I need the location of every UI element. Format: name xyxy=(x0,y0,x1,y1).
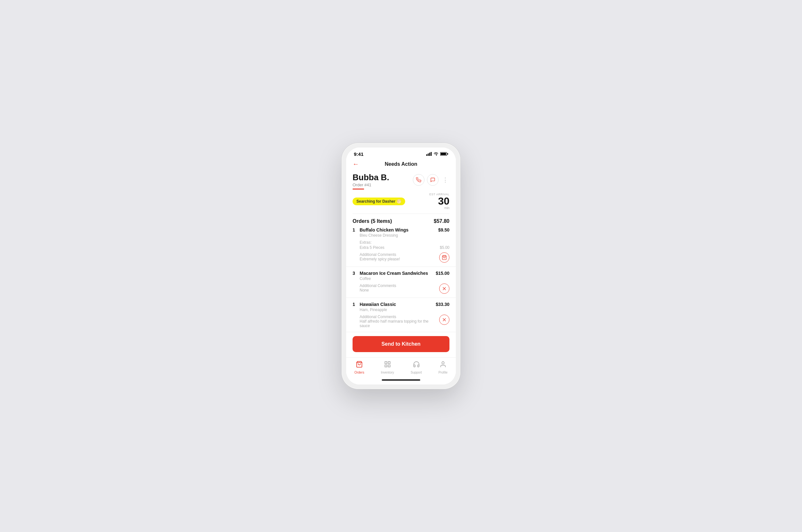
back-button[interactable]: ← xyxy=(353,160,359,168)
svg-rect-14 xyxy=(388,362,390,364)
item-price-1: $9.50 xyxy=(438,227,449,232)
profile-icon xyxy=(440,361,447,370)
home-indicator xyxy=(346,377,456,384)
customer-order: Order #41 xyxy=(353,183,389,187)
item-qty-2: 3 xyxy=(353,271,357,276)
customer-underline xyxy=(353,189,364,190)
item-qty-name-1: 1 Buffalo Chicken Wings xyxy=(353,227,436,232)
extras-name-1: Extra 5 Pieces xyxy=(360,245,384,250)
phone-device: 9:41 xyxy=(342,143,460,389)
item-extras-1: Extras: Extra 5 Pieces $5.00 xyxy=(360,240,449,250)
alert-icon-3[interactable] xyxy=(439,315,449,325)
nav-inventory-label: Inventory xyxy=(381,371,394,374)
order-item-1: 1 Buffalo Chicken Wings $9.50 Bleu Chees… xyxy=(346,227,456,267)
status-time: 9:41 xyxy=(354,151,363,157)
orders-icon xyxy=(356,361,363,370)
comments-row-1: Additional Comments Extremely spicy plea… xyxy=(360,252,449,263)
nav-profile-label: Profile xyxy=(439,371,448,374)
item-name-1: Buffalo Chicken Wings xyxy=(360,227,408,232)
est-number: 30 xyxy=(429,196,449,206)
item-name-3: Hawaiian Classic xyxy=(360,302,396,307)
order-item-2: 3 Macaron Ice Cream Sandwiches $15.00 Co… xyxy=(346,271,456,298)
svg-point-17 xyxy=(442,362,444,364)
nav-support-label: Support xyxy=(411,371,422,374)
customer-row: Bubba B. Order #41 xyxy=(353,173,449,190)
item-main-row-3: 1 Hawaiian Classic $33.30 xyxy=(353,302,449,307)
more-button[interactable]: ⋮ xyxy=(441,175,449,185)
customer-info: Bubba B. Order #41 xyxy=(353,173,389,190)
home-bar xyxy=(382,379,420,381)
svg-rect-5 xyxy=(447,153,448,155)
header-title: Needs Action xyxy=(385,161,417,167)
extras-price-1: $5.00 xyxy=(440,245,449,250)
message-button[interactable] xyxy=(427,174,439,186)
action-icons: ⋮ xyxy=(413,174,449,186)
nav-orders[interactable]: Orders xyxy=(354,361,365,374)
orders-total: $57.80 xyxy=(434,218,449,224)
nav-inventory[interactable]: Inventory xyxy=(381,361,394,374)
comments-label-2: Additional Comments xyxy=(360,284,436,288)
comments-text-1: Additional Comments Extremely spicy plea… xyxy=(360,252,436,261)
item-qty-name-2: 3 Macaron Ice Cream Sandwiches xyxy=(353,271,433,276)
item-price-3: $33.30 xyxy=(436,302,449,307)
comments-value-2: None xyxy=(360,288,436,292)
extras-row-1: Extra 5 Pieces $5.00 xyxy=(360,245,449,250)
svg-rect-16 xyxy=(385,365,387,367)
phone-screen: 9:41 xyxy=(346,148,456,385)
comments-row-2: Additional Comments None xyxy=(360,284,449,294)
alert-icon-2[interactable] xyxy=(439,284,449,294)
extras-label-1: Extras: xyxy=(360,240,449,245)
send-to-kitchen-button[interactable]: Send to Kitchen xyxy=(353,336,449,352)
nav-orders-label: Orders xyxy=(354,371,365,374)
customer-name: Bubba B. xyxy=(353,173,389,182)
comments-label-1: Additional Comments xyxy=(360,252,436,257)
customer-section: Bubba B. Order #41 xyxy=(346,170,456,214)
comments-text-2: Additional Comments None xyxy=(360,284,436,292)
info-row: Searching for Dasher 🌕 EST ARRIVAL 30 mi… xyxy=(353,193,449,210)
svg-rect-15 xyxy=(388,365,390,367)
bottom-nav: Orders Inventory xyxy=(346,357,456,377)
item-main-row-1: 1 Buffalo Chicken Wings $9.50 xyxy=(353,227,449,232)
item-name-2: Macaron Ice Cream Sandwiches xyxy=(360,271,428,276)
svg-rect-1 xyxy=(428,154,429,156)
item-qty-3: 1 xyxy=(353,302,357,307)
item-main-row-2: 3 Macaron Ice Cream Sandwiches $15.00 xyxy=(353,271,449,276)
comments-row-3: Additional Comments Half alfredo half ma… xyxy=(360,315,449,328)
wifi-icon xyxy=(433,152,439,156)
svg-rect-0 xyxy=(426,154,427,156)
phone-button[interactable] xyxy=(413,174,424,186)
svg-rect-6 xyxy=(441,153,446,155)
item-qty-name-3: 1 Hawaiian Classic xyxy=(353,302,433,307)
inventory-icon xyxy=(384,361,391,370)
orders-header: Orders (5 Items) $57.80 xyxy=(346,214,456,227)
item-price-2: $15.00 xyxy=(436,271,449,276)
order-item-3: 1 Hawaiian Classic $33.30 Ham, Pineapple… xyxy=(346,302,456,332)
svg-rect-3 xyxy=(431,152,432,156)
comments-text-3: Additional Comments Half alfredo half ma… xyxy=(360,315,436,328)
est-arrival: EST ARRIVAL 30 min xyxy=(429,193,449,210)
signal-icon xyxy=(426,152,432,156)
battery-icon xyxy=(440,152,448,156)
comments-value-3: Half alfredo half marinara topping for t… xyxy=(360,319,436,328)
item-desc-3: Ham, Pineapple xyxy=(360,307,449,312)
comments-label-3: Additional Comments xyxy=(360,315,436,319)
nav-support[interactable]: Support xyxy=(411,361,422,374)
support-icon xyxy=(413,361,420,370)
header: ← Needs Action xyxy=(346,159,456,170)
alert-icon-1[interactable] xyxy=(439,252,449,263)
svg-rect-13 xyxy=(385,362,387,364)
item-qty-1: 1 xyxy=(353,227,357,232)
nav-profile[interactable]: Profile xyxy=(439,361,448,374)
screen-content: ← Needs Action Bubba B. Order #41 xyxy=(346,159,456,385)
item-desc-1: Bleu Cheese Dressing xyxy=(360,233,449,238)
comments-value-1: Extremely spicy please! xyxy=(360,257,436,261)
svg-rect-2 xyxy=(429,153,430,156)
item-desc-2: Coffee xyxy=(360,277,449,281)
dasher-badge: Searching for Dasher 🌕 xyxy=(353,197,405,205)
status-icons xyxy=(426,152,448,156)
orders-title: Orders (5 Items) xyxy=(353,218,392,224)
status-bar: 9:41 xyxy=(346,148,456,159)
